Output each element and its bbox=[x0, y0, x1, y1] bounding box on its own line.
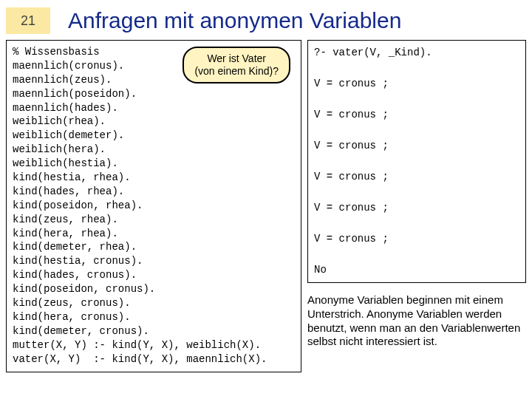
header: 21 Anfragen mit anonymen Variablen bbox=[6, 7, 526, 34]
callout: Wer ist Vater (von einem Kind)? bbox=[183, 47, 290, 83]
callout-line-1: Wer ist Vater bbox=[194, 52, 279, 65]
code-panel: % Wissensbasis maennlich(cronus). maennl… bbox=[6, 40, 301, 372]
page-number: 21 bbox=[6, 7, 50, 34]
slide: 21 Anfragen mit anonymen Variablen % Wis… bbox=[0, 0, 532, 399]
body: % Wissensbasis maennlich(cronus). maennl… bbox=[6, 40, 526, 372]
explanation-note: Anonyme Variablen beginnen mit einem Unt… bbox=[307, 293, 526, 349]
knowledge-base-code: % Wissensbasis maennlich(cronus). maennl… bbox=[13, 45, 295, 366]
right-column: ?- vater(V, _Kind). V = cronus ; V = cro… bbox=[307, 40, 526, 372]
page-title: Anfragen mit anonymen Variablen bbox=[68, 8, 401, 33]
callout-line-2: (von einem Kind)? bbox=[194, 65, 279, 78]
query-output: ?- vater(V, _Kind). V = cronus ; V = cro… bbox=[307, 40, 526, 283]
